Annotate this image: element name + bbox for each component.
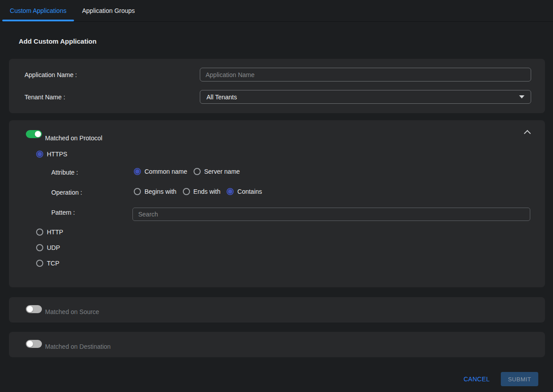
radio-http-label: HTTP xyxy=(47,229,63,236)
tenant-select-value: All Tenants xyxy=(206,94,237,101)
radio-tcp[interactable] xyxy=(36,260,43,267)
attribute-option-common-name: Common name xyxy=(134,168,187,175)
matched-on-destination-card: Matched on Destination xyxy=(9,332,545,357)
tab-application-groups[interactable]: Application Groups xyxy=(82,0,135,21)
radio-udp-label: UDP xyxy=(47,244,60,251)
tab-custom-applications-label: Custom Applications xyxy=(10,7,66,14)
destination-toggle-label: Matched on Destination xyxy=(45,343,111,350)
toggle-knob xyxy=(27,341,33,347)
tab-custom-applications[interactable]: Custom Applications xyxy=(2,0,74,21)
protocol-option-udp: UDP xyxy=(36,244,60,251)
attribute-label: Attribute : xyxy=(51,169,78,176)
radio-begins-with[interactable] xyxy=(134,188,141,195)
radio-http[interactable] xyxy=(36,229,43,236)
radio-ends-with[interactable] xyxy=(183,188,190,195)
footer-actions: CANCEL SUBMIT xyxy=(0,372,553,386)
tenant-name-label: Tenant Name : xyxy=(9,94,200,101)
tab-application-groups-label: Application Groups xyxy=(82,7,135,14)
radio-contains[interactable] xyxy=(227,188,234,195)
protocol-toggle-label: Matched on Protocol xyxy=(45,135,102,142)
source-toggle[interactable] xyxy=(26,305,42,313)
radio-common-name[interactable] xyxy=(134,168,141,175)
active-tab-underline xyxy=(2,20,74,21)
chevron-up-icon[interactable] xyxy=(524,130,531,137)
radio-common-name-label: Common name xyxy=(144,168,187,175)
protocol-option-https: HTTPS xyxy=(36,151,67,158)
tab-bar: Custom Applications Application Groups xyxy=(0,0,553,22)
source-toggle-label: Matched on Source xyxy=(45,308,99,315)
pattern-label: Pattern : xyxy=(51,209,75,216)
operation-option-contains: Contains xyxy=(227,188,262,195)
toggle-knob xyxy=(27,306,33,312)
cancel-button[interactable]: CANCEL xyxy=(463,376,490,383)
matched-on-protocol-card: Matched on Protocol HTTPS Attribute : Co… xyxy=(9,120,545,287)
operation-option-ends-with: Ends with xyxy=(183,188,221,195)
chevron-down-icon xyxy=(519,95,524,98)
application-name-input[interactable] xyxy=(200,68,531,82)
add-custom-application-page: { "tabs": [ { "label": "Custom Applicati… xyxy=(0,0,553,392)
radio-https[interactable] xyxy=(36,151,43,158)
protocol-option-tcp: TCP xyxy=(36,260,59,267)
matched-on-source-card: Matched on Source xyxy=(9,297,545,323)
general-info-card: Application Name : Tenant Name : All Ten… xyxy=(9,59,545,113)
destination-toggle[interactable] xyxy=(26,340,42,348)
protocol-toggle[interactable] xyxy=(26,130,42,138)
tenant-select[interactable]: All Tenants xyxy=(200,90,531,104)
application-name-row: Application Name : xyxy=(9,68,545,82)
radio-contains-label: Contains xyxy=(237,188,262,195)
submit-button[interactable]: SUBMIT xyxy=(501,372,538,386)
radio-tcp-label: TCP xyxy=(47,260,59,267)
pattern-search-input[interactable] xyxy=(132,208,530,221)
operation-label: Operation : xyxy=(51,189,82,196)
radio-https-label: HTTPS xyxy=(47,151,67,158)
tenant-name-row: Tenant Name : All Tenants xyxy=(9,90,545,104)
toggle-knob xyxy=(35,131,41,137)
attribute-options: Common name Server name xyxy=(134,168,240,175)
protocol-header: Matched on Protocol xyxy=(26,130,102,142)
radio-udp[interactable] xyxy=(36,244,43,251)
operation-option-begins-with: Begins with xyxy=(134,188,177,195)
protocol-option-http: HTTP xyxy=(36,229,63,236)
attribute-option-server-name: Server name xyxy=(194,168,240,175)
radio-begins-with-label: Begins with xyxy=(144,188,177,195)
page-title: Add Custom Application xyxy=(19,37,553,45)
radio-server-name[interactable] xyxy=(194,168,201,175)
radio-ends-with-label: Ends with xyxy=(194,188,221,195)
application-name-label: Application Name : xyxy=(9,71,200,78)
operation-options: Begins with Ends with Contains xyxy=(134,188,262,195)
radio-server-name-label: Server name xyxy=(204,168,240,175)
